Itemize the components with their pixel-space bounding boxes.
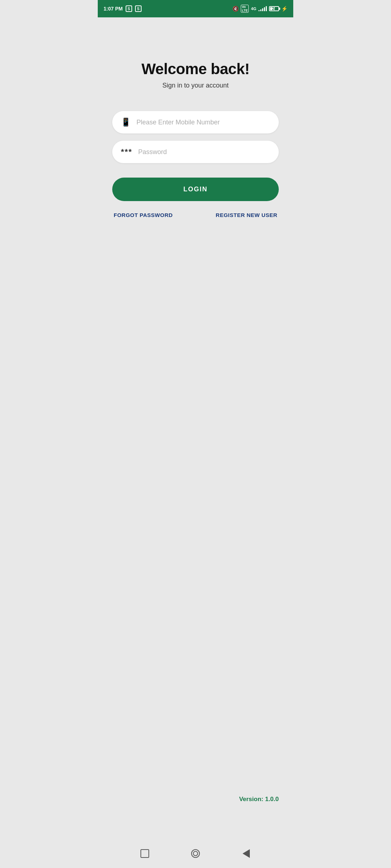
sim2-icon: S	[135, 5, 142, 12]
mobile-input-wrapper: 📱	[112, 111, 279, 133]
status-bar-right: 🔇 VoLTE 4G 24 ⚡	[232, 5, 287, 13]
welcome-section: Welcome back! Sign in to your account	[112, 61, 279, 89]
mobile-input[interactable]	[136, 119, 270, 126]
recents-icon	[140, 849, 149, 858]
main-content: Welcome back! Sign in to your account 📱 …	[98, 17, 293, 839]
links-row: FORGOT PASSWORD REGISTER NEW USER	[112, 212, 279, 218]
form-section: 📱 ***	[112, 111, 279, 163]
phone-icon: 📱	[121, 118, 131, 127]
status-bar: 1:07 PM S S 🔇 VoLTE 4G 24 ⚡	[98, 0, 293, 17]
home-icon	[191, 849, 200, 858]
battery-icon: 24	[269, 6, 279, 11]
sim1-icon: S	[126, 5, 132, 12]
charging-icon: ⚡	[281, 6, 287, 12]
nav-bar	[98, 839, 293, 868]
nav-recents-button[interactable]	[138, 847, 151, 860]
password-input[interactable]	[138, 148, 270, 156]
version-text: Version: 1.0.0	[239, 796, 279, 803]
login-button[interactable]: LOGIN	[112, 178, 279, 201]
mute-icon: 🔇	[232, 6, 239, 12]
register-link[interactable]: REGISTER NEW USER	[216, 212, 277, 218]
signal-bars-icon	[258, 6, 267, 11]
status-time: 1:07 PM	[104, 6, 123, 12]
password-input-wrapper: ***	[112, 141, 279, 163]
back-icon	[243, 849, 250, 858]
welcome-title: Welcome back!	[112, 61, 279, 77]
nav-home-button[interactable]	[189, 847, 202, 860]
password-dots-icon: ***	[121, 147, 133, 157]
forgot-password-link[interactable]: FORGOT PASSWORD	[114, 212, 173, 218]
status-bar-left: 1:07 PM S S	[104, 5, 142, 12]
volte-icon: VoLTE	[241, 5, 249, 13]
network-icon: 4G	[251, 7, 256, 11]
welcome-subtitle: Sign in to your account	[112, 82, 279, 89]
nav-back-button[interactable]	[240, 847, 253, 860]
